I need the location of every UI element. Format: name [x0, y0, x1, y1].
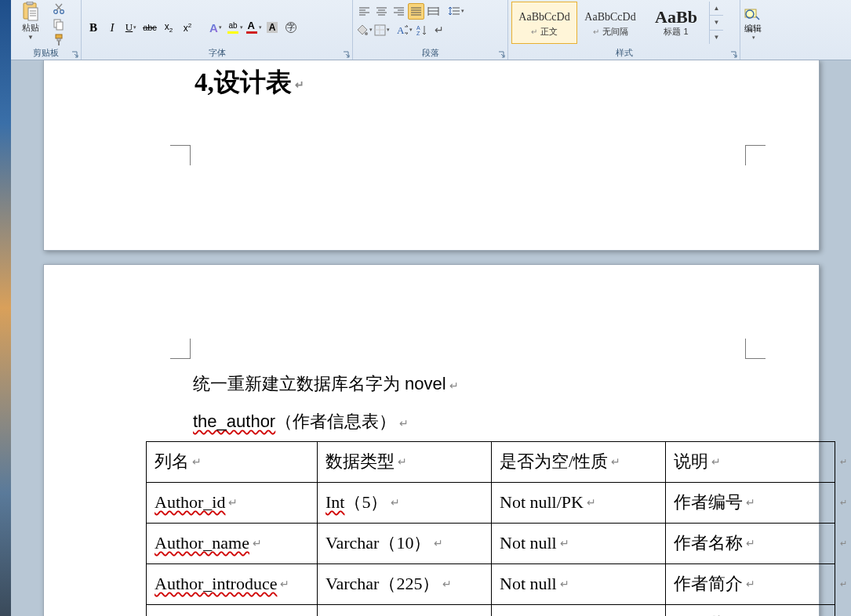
highlight-icon: ab: [227, 21, 239, 34]
desktop-edge: [0, 0, 11, 616]
sort-button[interactable]: AZ: [413, 22, 430, 38]
style-preview: AaBbCcDd: [584, 9, 635, 26]
paste-button[interactable]: 粘贴 ▼: [14, 2, 47, 45]
font-group-label: 字体: [82, 47, 352, 58]
document-area[interactable]: 4,设计表↵ 统一重新建立数据库名字为 novel↵ the_author（作者…: [11, 60, 851, 616]
line-spacing-button[interactable]: ▾: [448, 3, 464, 20]
svg-rect-2: [28, 8, 38, 20]
svg-point-39: [365, 32, 368, 35]
paste-dropdown-arrow: ▼: [27, 34, 34, 41]
paragraph-dialog-launcher[interactable]: [497, 50, 505, 58]
dropdown-arrow: ▾: [133, 24, 136, 31]
header-col-type[interactable]: 数据类型↵: [318, 441, 492, 482]
style-heading1[interactable]: AaBb 标题 1: [643, 2, 709, 44]
header-col-null[interactable]: 是否为空/性质↵: [492, 441, 666, 482]
align-left-button[interactable]: [356, 3, 373, 20]
subscript-icon: x2: [165, 21, 173, 34]
ribbon: 粘贴 ▼: [11, 0, 851, 60]
align-center-icon: [376, 6, 387, 16]
copy-icon: [53, 18, 65, 31]
change-case-button[interactable]: A▾: [396, 22, 413, 38]
bold-icon: B: [89, 21, 97, 34]
paragraph-group-label: 段落: [353, 47, 507, 58]
char-shading-button[interactable]: A: [264, 19, 281, 36]
svg-point-7: [60, 10, 64, 14]
ribbon-group-clipboard: 粘贴 ▼: [11, 0, 82, 60]
style-normal[interactable]: AaBbCcDd ↵正文: [511, 2, 577, 44]
show-marks-button[interactable]: ↵: [431, 22, 447, 38]
align-justify-icon: [410, 6, 422, 16]
subscript-button[interactable]: x2: [160, 19, 177, 36]
paragraph-mark: ↵: [449, 374, 459, 398]
bold-button[interactable]: B: [85, 19, 102, 36]
svg-line-9: [56, 4, 61, 10]
page-1: 4,设计表↵: [43, 60, 820, 251]
header-col-name[interactable]: 列名↵: [147, 441, 318, 482]
copy-button[interactable]: [52, 17, 66, 31]
char-shading-icon: A: [267, 22, 278, 33]
line-spacing-icon: [449, 5, 460, 17]
italic-button[interactable]: I: [104, 19, 121, 36]
heading-4: 4,设计表↵: [44, 60, 819, 100]
table-row: Author_introduce↵ Varchar（225）↵ Not null…: [147, 563, 835, 604]
dialog-launcher-icon: [498, 51, 505, 58]
author-table: 列名↵ 数据类型↵ 是否为空/性质↵ 说明↵↵ Author_id↵ Int（5…: [146, 441, 835, 616]
paragraph-mark: ↵: [295, 78, 304, 91]
table1-caption: the_author（作者信息表）↵: [44, 403, 819, 440]
italic-icon: I: [111, 21, 115, 34]
ribbon-group-font: B I U▾ abc x2 x2 A▾ ab ▾ A: [82, 0, 353, 60]
strikethrough-button[interactable]: abc: [141, 19, 158, 36]
text-effects-icon: A: [209, 21, 218, 34]
header-col-desc[interactable]: 说明↵↵: [666, 441, 835, 482]
svg-line-8: [56, 4, 62, 10]
align-justify-button[interactable]: [408, 3, 424, 20]
enclose-char-button[interactable]: 字: [282, 19, 300, 36]
format-painter-button[interactable]: [52, 33, 66, 47]
text-effects-button[interactable]: A▾: [207, 19, 224, 36]
style-preview: AaBbCcDd: [518, 9, 569, 26]
align-right-icon: [393, 6, 405, 16]
page-2: 统一重新建立数据库名字为 novel↵ the_author（作者信息表）↵ 列…: [43, 264, 820, 616]
change-case-icon: A: [396, 24, 409, 36]
paragraph-mark: ↵: [399, 411, 409, 436]
margin-corner-br: [745, 145, 766, 165]
clipboard-dialog-launcher[interactable]: [71, 50, 78, 58]
align-left-icon: [358, 6, 370, 16]
font-color-button[interactable]: A ▾: [245, 19, 262, 36]
enclose-char-icon: 字: [285, 22, 296, 33]
styles-group-label: 样式: [508, 47, 740, 58]
shading-button[interactable]: ▾: [356, 22, 373, 38]
style-scroll-down[interactable]: ▼: [710, 16, 723, 30]
borders-button[interactable]: ▾: [373, 22, 390, 38]
underline-button[interactable]: U▾: [122, 19, 140, 36]
svg-text:A: A: [416, 25, 420, 31]
style-name-label: 标题 1: [664, 26, 688, 38]
style-name-label: 正文: [540, 26, 558, 38]
style-gallery-expand[interactable]: ▼: [710, 31, 723, 44]
align-right-button[interactable]: [391, 3, 407, 20]
find-icon: [744, 7, 762, 23]
cut-icon: [53, 2, 65, 15]
styles-dialog-launcher[interactable]: [729, 50, 737, 58]
style-no-spacing[interactable]: AaBbCcDd ↵无间隔: [577, 2, 643, 44]
svg-rect-14: [58, 41, 60, 45]
margin-corner-tl: [170, 339, 191, 359]
superscript-button[interactable]: x2: [179, 19, 196, 36]
ribbon-group-styles: AaBbCcDd ↵正文 AaBbCcDd ↵无间隔 AaBb 标题 1 ▲ ▼…: [508, 0, 740, 60]
font-dialog-launcher[interactable]: [342, 50, 350, 58]
style-preview: AaBb: [655, 9, 697, 26]
pilcrow-icon: ↵: [435, 24, 444, 36]
svg-rect-12: [56, 34, 62, 38]
editing-menu-button[interactable]: 编辑 ▾: [744, 2, 762, 45]
style-scroll-up[interactable]: ▲: [710, 2, 723, 16]
align-center-button[interactable]: [373, 3, 390, 20]
dialog-launcher-icon: [343, 51, 350, 58]
ribbon-group-editing: 编辑 ▾: [740, 0, 778, 60]
highlight-button[interactable]: ab ▾: [226, 19, 243, 36]
strikethrough-icon: abc: [143, 23, 157, 32]
svg-rect-11: [56, 22, 63, 30]
cut-button[interactable]: [52, 2, 66, 16]
underline-icon: U: [125, 21, 133, 34]
align-distributed-button[interactable]: [425, 3, 442, 20]
format-painter-icon: [53, 34, 65, 46]
